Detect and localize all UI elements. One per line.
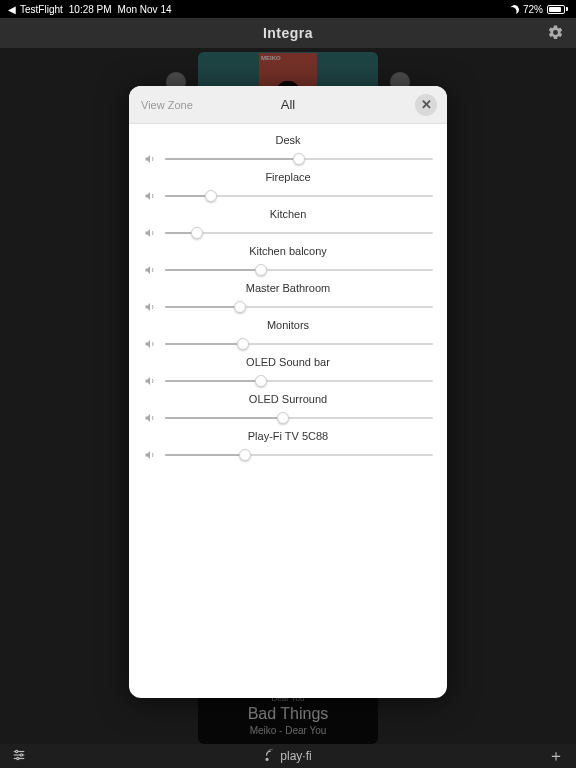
status-date: Mon Nov 14 <box>118 4 172 15</box>
volume-slider[interactable] <box>165 188 433 204</box>
playfi-text: play·fi <box>280 749 311 763</box>
svg-point-4 <box>20 753 22 755</box>
view-zone-button[interactable]: View Zone <box>141 99 193 111</box>
volume-slider[interactable] <box>165 151 433 167</box>
status-battery-pct: 72% <box>523 4 543 15</box>
zone-row: Kitchen <box>129 204 447 241</box>
zone-label: Monitors <box>143 319 433 331</box>
volume-slider[interactable] <box>165 299 433 315</box>
volume-slider[interactable] <box>165 336 433 352</box>
zone-label: Play-Fi TV 5C88 <box>143 430 433 442</box>
volume-icon[interactable] <box>143 301 157 313</box>
volume-slider[interactable] <box>165 410 433 426</box>
volume-icon[interactable] <box>143 264 157 276</box>
svg-point-6 <box>266 758 268 760</box>
status-time: 10:28 PM <box>69 4 112 15</box>
status-back-app[interactable]: TestFlight <box>20 4 63 15</box>
volume-slider[interactable] <box>165 262 433 278</box>
add-icon[interactable]: ＋ <box>548 746 564 767</box>
playfi-branding: play·fi <box>264 749 311 763</box>
app-title: Integra <box>263 25 313 41</box>
volume-icon[interactable] <box>143 449 157 461</box>
svg-point-5 <box>17 757 19 759</box>
volume-icon[interactable] <box>143 375 157 387</box>
back-chevron-icon[interactable]: ◀ <box>8 4 16 15</box>
zone-label: Fireplace <box>143 171 433 183</box>
zone-row: Kitchen balcony <box>129 241 447 278</box>
zone-row: OLED Surround <box>129 389 447 426</box>
volume-icon[interactable] <box>143 190 157 202</box>
playfi-icon <box>264 749 277 763</box>
volume-icon[interactable] <box>143 412 157 424</box>
app-header: Integra <box>0 18 576 48</box>
zone-label: OLED Surround <box>143 393 433 405</box>
volume-icon[interactable] <box>143 338 157 350</box>
gear-icon[interactable] <box>547 24 564 45</box>
do-not-disturb-icon <box>509 3 521 15</box>
modal-header: View Zone All ✕ <box>129 86 447 124</box>
zone-label: Kitchen balcony <box>143 245 433 257</box>
zone-row: Desk <box>129 130 447 167</box>
volume-slider[interactable] <box>165 447 433 463</box>
volume-icon[interactable] <box>143 153 157 165</box>
zone-list: DeskFireplaceKitchenKitchen balconyMaste… <box>129 124 447 469</box>
zone-volumes-modal: View Zone All ✕ DeskFireplaceKitchenKitc… <box>129 86 447 698</box>
zone-label: Desk <box>143 134 433 146</box>
zone-row: Play-Fi TV 5C88 <box>129 426 447 463</box>
close-icon[interactable]: ✕ <box>415 94 437 116</box>
zone-row: Master Bathroom <box>129 278 447 315</box>
battery-icon <box>547 5 568 14</box>
zone-label: OLED Sound bar <box>143 356 433 368</box>
zone-row: OLED Sound bar <box>129 352 447 389</box>
equalizer-icon[interactable] <box>12 748 26 765</box>
volume-slider[interactable] <box>165 225 433 241</box>
svg-point-3 <box>16 750 18 752</box>
bottom-bar: play·fi ＋ <box>0 744 576 768</box>
volume-icon[interactable] <box>143 227 157 239</box>
zone-row: Monitors <box>129 315 447 352</box>
zone-label: Master Bathroom <box>143 282 433 294</box>
modal-title: All <box>281 97 295 112</box>
status-bar: ◀ TestFlight 10:28 PM Mon Nov 14 72% <box>0 0 576 18</box>
zone-row: Fireplace <box>129 167 447 204</box>
zone-label: Kitchen <box>143 208 433 220</box>
volume-slider[interactable] <box>165 373 433 389</box>
